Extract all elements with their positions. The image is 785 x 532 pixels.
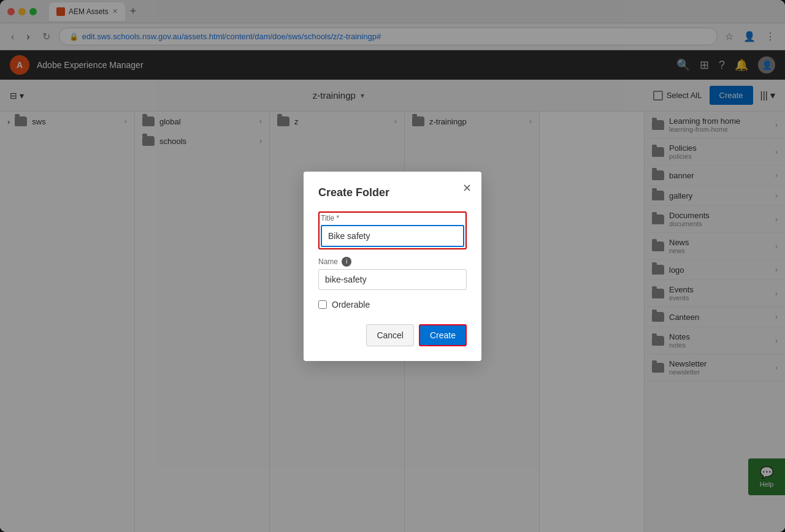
name-label: Name <box>318 257 338 266</box>
orderable-label: Orderable <box>332 300 370 310</box>
modal-overlay: Create Folder ✕ Title * Name i <box>0 112 785 532</box>
name-input[interactable] <box>318 269 467 290</box>
title-input[interactable] <box>321 225 464 247</box>
name-info-icon[interactable]: i <box>342 257 351 267</box>
title-label: Title * <box>321 214 464 222</box>
modal-actions: Cancel Create <box>318 324 467 346</box>
modal-close-button[interactable]: ✕ <box>462 181 472 195</box>
modal-create-button[interactable]: Create <box>419 324 467 346</box>
cancel-button[interactable]: Cancel <box>366 324 414 346</box>
create-folder-modal: Create Folder ✕ Title * Name i <box>304 172 481 361</box>
name-label-group: Name i <box>318 257 467 267</box>
orderable-group: Orderable <box>318 300 467 310</box>
orderable-checkbox[interactable] <box>318 300 327 309</box>
modal-title: Create Folder <box>318 186 467 199</box>
aem-application: A Adobe Experience Manager 🔍 ⊞ ? 🔔 👤 ⊟ ▾… <box>0 50 785 532</box>
